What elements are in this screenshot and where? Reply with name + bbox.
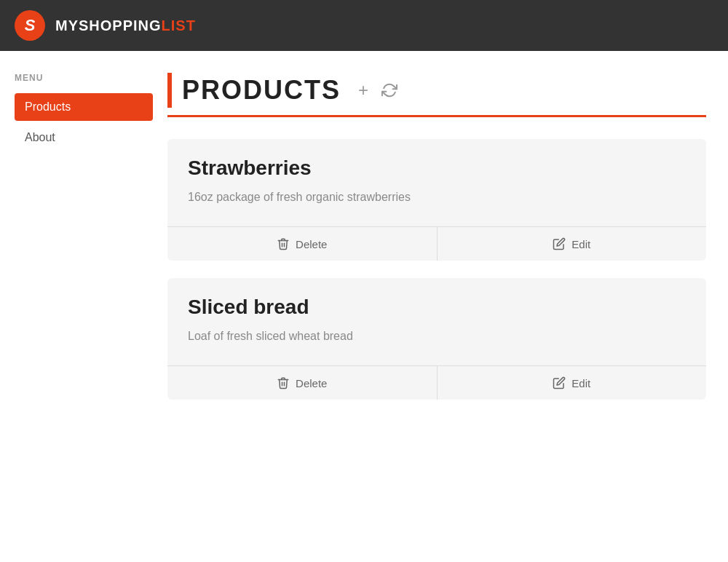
- main-layout: MENU Products About PRODUCTS + Strawberr…: [0, 51, 728, 562]
- edit-icon: [553, 237, 566, 250]
- brand-my: MY: [55, 17, 79, 33]
- edit-label-1: Edit: [571, 238, 590, 250]
- app-header: S MYSHOPPINGLIST: [0, 0, 728, 51]
- page-title: PRODUCTS: [182, 75, 341, 106]
- edit-icon-2: [553, 376, 566, 389]
- main-content: PRODUCTS + Strawberries 16oz package of …: [153, 51, 728, 562]
- brand-shopping: SHOPPING: [79, 17, 162, 33]
- sidebar-item-products[interactable]: Products: [15, 93, 153, 121]
- product-info-1: Strawberries 16oz package of fresh organ…: [167, 139, 706, 226]
- product-actions-1: Delete Edit: [167, 226, 706, 261]
- page-title-row: PRODUCTS +: [167, 73, 706, 117]
- logo-letter: S: [25, 16, 36, 35]
- sidebar-item-about[interactable]: About: [15, 124, 153, 151]
- product-info-2: Sliced bread Loaf of fresh sliced wheat …: [167, 278, 706, 365]
- menu-label: MENU: [15, 73, 153, 83]
- sidebar: MENU Products About: [0, 51, 153, 562]
- product-name-1: Strawberries: [188, 157, 686, 180]
- brand-name: MYSHOPPINGLIST: [55, 17, 196, 34]
- product-desc-2: Loaf of fresh sliced wheat bread: [188, 328, 686, 345]
- refresh-button[interactable]: [381, 82, 397, 98]
- trash-icon-2: [277, 376, 290, 389]
- edit-product-1-button[interactable]: Edit: [438, 227, 707, 261]
- product-card-1: Strawberries 16oz package of fresh organ…: [167, 139, 706, 261]
- logo-icon: S: [15, 10, 45, 41]
- title-accent-bar: [167, 73, 172, 108]
- edit-label-2: Edit: [571, 377, 590, 389]
- product-card-2: Sliced bread Loaf of fresh sliced wheat …: [167, 278, 706, 400]
- brand-list: LIST: [162, 17, 196, 33]
- edit-product-2-button[interactable]: Edit: [438, 366, 707, 400]
- product-name-2: Sliced bread: [188, 296, 686, 319]
- add-product-button[interactable]: +: [358, 80, 368, 100]
- trash-icon: [277, 237, 290, 250]
- delete-product-1-button[interactable]: Delete: [167, 227, 438, 261]
- product-actions-2: Delete Edit: [167, 365, 706, 400]
- delete-label-1: Delete: [296, 238, 327, 250]
- delete-label-2: Delete: [296, 377, 327, 389]
- delete-product-2-button[interactable]: Delete: [167, 366, 438, 400]
- product-desc-1: 16oz package of fresh organic strawberri…: [188, 189, 686, 206]
